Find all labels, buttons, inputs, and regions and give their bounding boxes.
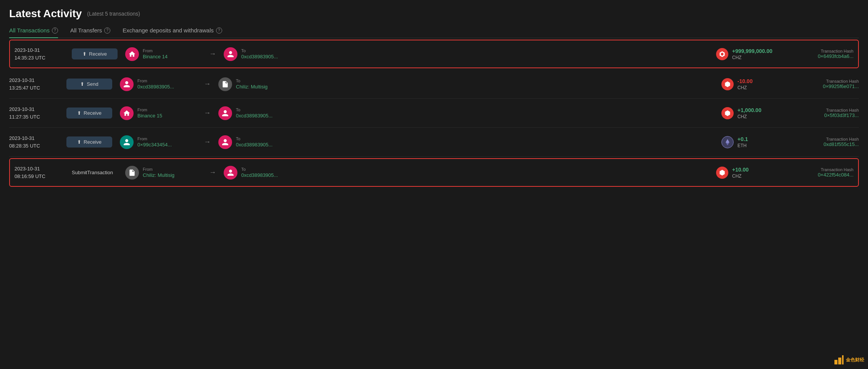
- to-avatar: [224, 166, 237, 180]
- tx-type-button[interactable]: ⬆ Send: [66, 79, 112, 90]
- receive-icon: ⬆: [77, 110, 81, 116]
- token-symbol: CHZ: [737, 85, 753, 90]
- header-subtitle: (Latest 5 transactions): [87, 11, 140, 17]
- exchange-deposits-help-icon[interactable]: ?: [216, 27, 222, 34]
- flow-arrow: →: [202, 109, 212, 117]
- table-row: 2023-10-31 08:16:59 UTC SubmitTransactio…: [9, 158, 859, 187]
- amount-value: -10.00: [737, 78, 753, 84]
- transactions-list: 2023-10-31 14:35:23 UTC ⬆ Receive From B…: [9, 40, 859, 187]
- flow-arrow: →: [208, 50, 218, 58]
- table-row: 2023-10-31 13:25:47 UTC ⬆ Send From 0xcd…: [9, 70, 859, 99]
- main-container: Latest Activity (Latest 5 transactions) …: [0, 0, 868, 196]
- tx-amount: +999,999,000.00 CHZ: [716, 48, 785, 60]
- chz-token-icon: [716, 48, 728, 60]
- token-symbol: ETH: [737, 143, 748, 148]
- tx-datetime: 2023-10-31 08:28:35 UTC: [9, 135, 59, 149]
- chz-token-icon: [721, 78, 734, 90]
- table-row: 2023-10-31 08:28:35 UTC ⬆ Receive From 0…: [9, 128, 859, 157]
- token-symbol: CHZ: [732, 55, 773, 60]
- tx-from: From Binance 14: [125, 47, 202, 61]
- tx-from: From 0×99c343454...: [120, 135, 196, 149]
- receive-icon: ⬆: [77, 139, 81, 145]
- table-row: 2023-10-31 14:35:23 UTC ⬆ Receive From B…: [9, 40, 859, 68]
- to-avatar: [218, 77, 232, 91]
- tx-datetime: 2023-10-31 11:27:35 UTC: [9, 106, 59, 120]
- token-symbol: CHZ: [732, 173, 749, 179]
- tab-exchange-deposits[interactable]: Exchange deposits and withdrawals ?: [123, 27, 222, 38]
- svg-marker-2: [725, 81, 730, 87]
- tx-to: To 0xcd38983905...: [218, 106, 295, 120]
- tab-all-transactions-label: All Transactions: [9, 27, 50, 34]
- tx-from: From Binance 15: [120, 106, 196, 120]
- table-row: 2023-10-31 11:27:35 UTC ⬆ Receive From B…: [9, 99, 859, 128]
- tx-type-button[interactable]: ⬆ Receive: [66, 136, 112, 148]
- tx-amount: +0.1 ETH: [721, 136, 790, 148]
- from-avatar: [120, 77, 134, 91]
- chz-token-icon: [721, 107, 734, 119]
- tx-hash: Transaction Hash 0×6493fcb4a6...: [792, 49, 853, 59]
- tx-to: To 0xcd38983905...: [224, 47, 300, 61]
- tx-from: From 0xcd38983905...: [120, 77, 196, 91]
- from-avatar: [125, 47, 139, 61]
- tx-amount: -10.00 CHZ: [721, 78, 790, 90]
- tab-all-transfers-label: All Transfers: [70, 27, 102, 34]
- from-avatar: [120, 106, 134, 120]
- from-avatar: [120, 135, 134, 149]
- tx-flow: From Chiliz: Multisig → To 0xcd38983905.…: [125, 166, 708, 180]
- tx-flow: From 0xcd38983905... → To Chiliz: Multis…: [120, 77, 714, 91]
- to-avatar: [218, 135, 232, 149]
- flow-arrow: →: [202, 80, 212, 88]
- tx-hash: Transaction Hash 0xd81f555c15...: [798, 137, 859, 147]
- amount-value: +0.1: [737, 136, 748, 142]
- tx-type-button[interactable]: ⬆ Receive: [66, 107, 112, 119]
- header: Latest Activity (Latest 5 transactions): [9, 8, 859, 20]
- tx-amount: +10.00 CHZ: [716, 167, 785, 179]
- tab-exchange-deposits-label: Exchange deposits and withdrawals: [123, 27, 213, 34]
- tx-hash: Transaction Hash 0×5f03d3f173...: [798, 108, 859, 118]
- all-transfers-help-icon[interactable]: ?: [104, 27, 110, 34]
- tab-all-transfers[interactable]: All Transfers ?: [70, 27, 110, 38]
- tx-flow: From Binance 14 → To 0xcd38983905...: [125, 47, 708, 61]
- amount-value: +999,999,000.00: [732, 48, 773, 54]
- all-transactions-help-icon[interactable]: ?: [52, 27, 58, 34]
- tx-from: From Chiliz: Multisig: [125, 166, 202, 180]
- svg-marker-4: [720, 170, 724, 175]
- page-title: Latest Activity: [9, 8, 82, 20]
- flow-arrow: →: [208, 168, 218, 176]
- flow-arrow: →: [202, 138, 212, 146]
- tx-datetime: 2023-10-31 14:35:23 UTC: [15, 47, 64, 61]
- to-avatar: [218, 106, 232, 120]
- receive-icon: ⬆: [82, 51, 87, 57]
- from-avatar: [125, 166, 139, 180]
- tx-hash: Transaction Hash 0×9925f6e071...: [798, 79, 859, 89]
- tx-type-button[interactable]: ⬆ Receive: [72, 48, 118, 59]
- tx-to: To 0xcd38983905...: [218, 135, 295, 149]
- eth-token-icon: [721, 136, 734, 148]
- send-icon: ⬆: [80, 81, 84, 87]
- amount-value: +1,000.00: [737, 107, 762, 113]
- tx-to: To 0xcd38983905...: [224, 166, 300, 180]
- token-symbol: CHZ: [737, 114, 762, 119]
- tx-flow: From 0×99c343454... → To 0xcd38983905...: [120, 135, 714, 149]
- tx-hash: Transaction Hash 0×422f54c084...: [792, 167, 853, 178]
- tx-type-button[interactable]: SubmitTransaction: [72, 170, 118, 175]
- chz-token-icon: [716, 167, 728, 179]
- to-avatar: [224, 47, 237, 61]
- tabs-bar: All Transactions ? All Transfers ? Excha…: [9, 27, 859, 38]
- tx-amount: +1,000.00 CHZ: [721, 107, 790, 119]
- tab-all-transactions[interactable]: All Transactions ?: [9, 27, 58, 38]
- amount-value: +10.00: [732, 167, 749, 173]
- tx-datetime: 2023-10-31 13:25:47 UTC: [9, 77, 59, 91]
- svg-marker-3: [725, 110, 730, 116]
- tx-datetime: 2023-10-31 08:16:59 UTC: [15, 165, 64, 180]
- tx-to: To Chiliz: Multisig: [218, 77, 295, 91]
- tx-flow: From Binance 15 → To 0xcd38983905...: [120, 106, 714, 120]
